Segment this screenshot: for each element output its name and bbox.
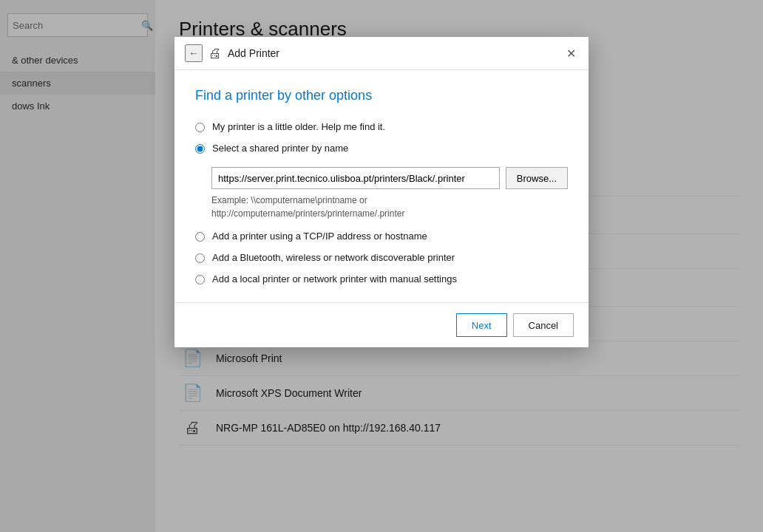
shared-printer-input[interactable] xyxy=(211,167,500,189)
modal-overlay: ← 🖨 Add Printer ✕ Find a printer by othe… xyxy=(0,0,763,532)
next-button[interactable]: Next xyxy=(456,313,507,337)
back-icon: ← xyxy=(189,47,199,59)
radio-tcpip-label: Add a printer using a TCP/IP address or … xyxy=(212,231,427,242)
dialog-title-text: Add Printer xyxy=(228,47,279,59)
shared-printer-section: Browse... Example: \\computername\printn… xyxy=(195,167,568,220)
browse-button[interactable]: Browse... xyxy=(506,167,568,189)
radio-item-tcpip: Add a printer using a TCP/IP address or … xyxy=(195,231,568,242)
cancel-button[interactable]: Cancel xyxy=(513,313,574,337)
dialog-footer: Next Cancel xyxy=(174,302,589,347)
radio-shared[interactable] xyxy=(195,144,205,154)
dialog-close-button[interactable]: ✕ xyxy=(562,44,580,62)
dialog-body: Find a printer by other options My print… xyxy=(174,70,589,302)
example-text: Example: \\computername\printname orhttp… xyxy=(211,194,568,220)
add-printer-dialog: ← 🖨 Add Printer ✕ Find a printer by othe… xyxy=(174,37,589,347)
radio-item-shared: Select a shared printer by name xyxy=(195,143,568,154)
radio-local-label: Add a local printer or network printer w… xyxy=(212,273,457,284)
radio-item-local: Add a local printer or network printer w… xyxy=(195,273,568,284)
dialog-printer-icon: 🖨 xyxy=(208,46,222,61)
radio-older-label: My printer is a little older. Help me fi… xyxy=(212,121,385,132)
close-icon: ✕ xyxy=(566,47,576,61)
radio-local[interactable] xyxy=(195,275,205,284)
radio-older[interactable] xyxy=(195,123,205,132)
radio-shared-label: Select a shared printer by name xyxy=(212,143,348,154)
dialog-heading: Find a printer by other options xyxy=(195,88,568,103)
radio-tcpip[interactable] xyxy=(195,232,205,242)
dialog-back-button[interactable]: ← xyxy=(185,44,203,62)
radio-group: My printer is a little older. Help me fi… xyxy=(195,121,568,284)
dialog-titlebar: ← 🖨 Add Printer ✕ xyxy=(174,37,589,70)
radio-item-bluetooth: Add a Bluetooth, wireless or network dis… xyxy=(195,252,568,263)
radio-bluetooth-label: Add a Bluetooth, wireless or network dis… xyxy=(212,252,455,263)
radio-bluetooth[interactable] xyxy=(195,253,205,263)
radio-item-older: My printer is a little older. Help me fi… xyxy=(195,121,568,132)
